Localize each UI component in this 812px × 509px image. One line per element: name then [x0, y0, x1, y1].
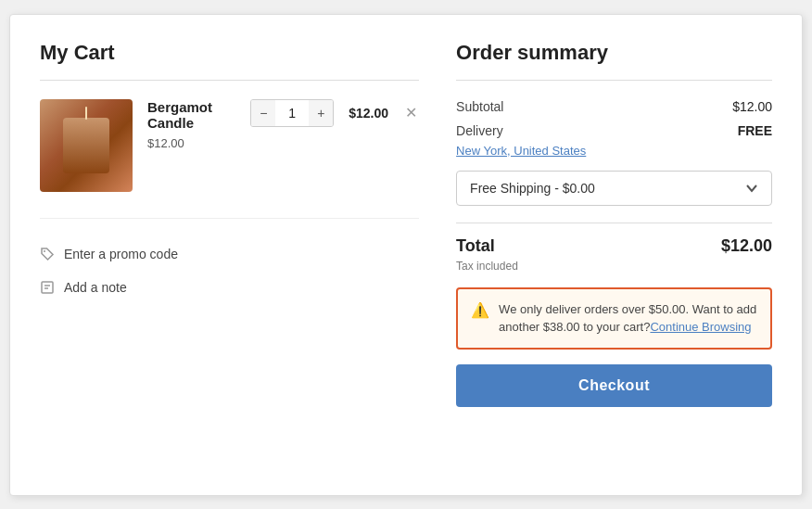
- item-controls: − 1 + $12.00 ✕: [250, 99, 419, 127]
- product-image: [40, 99, 133, 192]
- total-row: Total $12.00: [456, 236, 772, 256]
- tag-icon: [40, 247, 55, 261]
- subtotal-label: Subtotal: [456, 99, 503, 114]
- delivery-value: FREE: [738, 123, 772, 138]
- shipping-option-label: Free Shipping - $0.00: [470, 181, 595, 196]
- note-label: Add a note: [64, 280, 127, 295]
- item-divider: [40, 218, 419, 219]
- summary-divider-top: [456, 80, 772, 81]
- note-icon: [40, 280, 55, 295]
- quantity-value: 1: [275, 102, 309, 124]
- left-panel: My Cart Bergamot Candle $12.00 − 1 + $12…: [40, 41, 419, 469]
- total-label: Total: [456, 236, 495, 256]
- svg-rect-1: [42, 282, 53, 293]
- item-price-right: $12.00: [349, 106, 388, 121]
- item-price-below: $12.00: [147, 136, 235, 150]
- decrease-qty-button[interactable]: −: [251, 100, 275, 126]
- warning-box: ⚠️ We only deliver orders over $50.00. W…: [456, 287, 772, 350]
- delivery-location-link[interactable]: New York, United States: [456, 144, 772, 158]
- warning-icon: ⚠️: [471, 301, 489, 337]
- subtotal-value: $12.00: [732, 99, 772, 114]
- cart-title: My Cart: [40, 41, 419, 65]
- item-details: Bergamot Candle $12.00: [147, 99, 235, 150]
- delivery-label: Delivery: [456, 123, 503, 138]
- promo-code-row[interactable]: Enter a promo code: [40, 237, 419, 271]
- warning-text: We only deliver orders over $50.00. Want…: [499, 300, 757, 337]
- tax-note: Tax included: [456, 260, 772, 273]
- remove-item-button[interactable]: ✕: [403, 102, 419, 123]
- quantity-control: − 1 +: [250, 99, 334, 127]
- shipping-selector[interactable]: Free Shipping - $0.00: [456, 171, 772, 206]
- cart-card: My Cart Bergamot Candle $12.00 − 1 + $12…: [9, 14, 803, 496]
- chevron-down-icon: [745, 182, 758, 195]
- promo-label: Enter a promo code: [64, 247, 178, 261]
- item-name: Bergamot Candle: [147, 99, 235, 131]
- increase-qty-button[interactable]: +: [309, 100, 333, 126]
- cart-item: Bergamot Candle $12.00 − 1 + $12.00 ✕: [40, 99, 419, 192]
- continue-browsing-link[interactable]: Continue Browsing: [650, 320, 751, 334]
- delivery-row: Delivery FREE: [456, 123, 772, 138]
- svg-point-0: [44, 250, 45, 252]
- summary-divider-mid: [456, 223, 772, 223]
- subtotal-row: Subtotal $12.00: [456, 99, 772, 114]
- top-divider: [40, 80, 419, 81]
- order-summary-title: Order summary: [456, 41, 772, 65]
- add-note-row[interactable]: Add a note: [40, 271, 419, 304]
- total-amount: $12.00: [721, 236, 772, 256]
- right-panel: Order summary Subtotal $12.00 Delivery F…: [456, 41, 772, 469]
- checkout-button[interactable]: Checkout: [456, 364, 772, 407]
